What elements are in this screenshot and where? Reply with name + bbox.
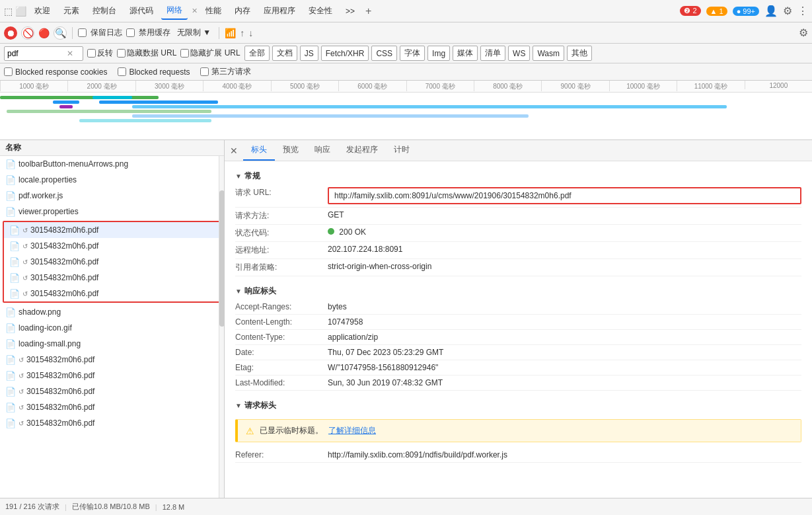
disable-cache-checkbox[interactable]: 禁用缓存 bbox=[126, 27, 170, 38]
file-icon-13: 📄 bbox=[5, 371, 16, 381]
tab-welcome[interactable]: 欢迎 bbox=[29, 3, 55, 19]
date-label: Date: bbox=[235, 348, 328, 357]
throttle-button[interactable]: 无限制 ▼ bbox=[174, 26, 213, 40]
filter-manifest[interactable]: 清单 bbox=[480, 46, 505, 61]
tab-security[interactable]: 安全性 bbox=[303, 3, 338, 19]
user-icon[interactable]: 👤 bbox=[764, 5, 778, 17]
tab-headers[interactable]: 标头 bbox=[243, 140, 275, 161]
filter-font[interactable]: 字体 bbox=[400, 46, 425, 61]
new-tab-button[interactable]: + bbox=[365, 5, 371, 17]
filter-js[interactable]: JS bbox=[300, 46, 318, 61]
content-type-row: Content-Type: application/zip bbox=[235, 330, 801, 345]
settings-icon[interactable]: ⚙ bbox=[799, 26, 808, 39]
filter-ws[interactable]: WS bbox=[508, 46, 530, 61]
tab-response[interactable]: 响应 bbox=[307, 140, 338, 161]
filter-all[interactable]: 全部 bbox=[244, 46, 270, 61]
file-item-15[interactable]: 📄 ↺ 30154832m0h6.pdf bbox=[0, 399, 224, 415]
separator-1 bbox=[72, 27, 73, 39]
search-box: ✕ bbox=[4, 46, 83, 61]
filter-fetch-xhr[interactable]: Fetch/XHR bbox=[321, 46, 369, 61]
search-button[interactable]: 🔍 bbox=[54, 26, 67, 40]
file-item-16[interactable]: 📄 ↺ 30154832m0h6.pdf bbox=[0, 415, 224, 431]
file-item-10[interactable]: 📄 loading-icon.gif bbox=[0, 320, 224, 336]
filter-media[interactable]: 媒体 bbox=[453, 46, 478, 61]
more-tabs[interactable]: >> bbox=[340, 4, 360, 19]
blocked-requests-checkbox[interactable] bbox=[118, 67, 126, 76]
tab-network[interactable]: 网络 bbox=[161, 2, 188, 20]
warning-icon: ⚠ bbox=[246, 426, 254, 436]
tab-network-close[interactable]: ✕ bbox=[192, 7, 198, 15]
search-input[interactable] bbox=[7, 49, 67, 58]
invert-checkbox[interactable]: 反转 bbox=[87, 48, 113, 59]
accept-ranges-row: Accept-Ranges: bytes bbox=[235, 299, 801, 315]
file-item-9[interactable]: 📄 shadow.png bbox=[0, 304, 224, 320]
file-item-0[interactable]: 📄 toolbarButton-menuArrows.png bbox=[0, 156, 224, 172]
ruler-mark-0: 1000 毫秒 bbox=[0, 81, 67, 91]
tab-application[interactable]: 应用程序 bbox=[258, 3, 301, 19]
third-party-label[interactable]: 第三方请求 bbox=[200, 66, 251, 77]
hide-data-urls-checkbox[interactable]: 隐藏数据 URL bbox=[117, 48, 176, 59]
file-item-6[interactable]: 📄 ↺ 30154832m0h6.pdf bbox=[4, 254, 220, 270]
file-icon-4: 📄 bbox=[9, 225, 20, 235]
ruler-mark-5: 6000 毫秒 bbox=[338, 81, 406, 91]
tab-initiator[interactable]: 发起程序 bbox=[338, 140, 386, 161]
file-icon-6: 📄 bbox=[9, 257, 20, 267]
response-headers-section-header: ▼ 响应标头 bbox=[235, 282, 801, 299]
clear-button[interactable]: 🚫 bbox=[21, 26, 34, 40]
tab-console[interactable]: 控制台 bbox=[87, 3, 122, 19]
tab-memory[interactable]: 内存 bbox=[229, 3, 256, 19]
scrollbar-track[interactable] bbox=[219, 156, 224, 498]
blocked-response-cookies-checkbox[interactable] bbox=[4, 67, 13, 76]
menu-icon[interactable]: ⋮ bbox=[797, 5, 808, 17]
blocked-requests-label[interactable]: Blocked requests bbox=[118, 67, 190, 77]
third-party-checkbox[interactable] bbox=[200, 67, 209, 76]
request-method-row: 请求方法: GET bbox=[235, 208, 801, 225]
filter-wasm[interactable]: Wasm bbox=[533, 46, 564, 61]
file-item-14[interactable]: 📄 ↺ 30154832m0h6.pdf bbox=[0, 383, 224, 399]
file-item-4[interactable]: 📄 ↺ 30154832m0h6.pdf bbox=[4, 222, 220, 238]
search-clear-icon[interactable]: ✕ bbox=[67, 49, 73, 58]
last-modified-label: Last-Modified: bbox=[235, 378, 328, 387]
file-list-header: 名称 bbox=[0, 140, 224, 156]
reload-icon-14: ↺ bbox=[18, 388, 24, 395]
file-item-5[interactable]: 📄 ↺ 30154832m0h6.pdf bbox=[4, 238, 220, 254]
ruler-mark-10: 11000 毫秒 bbox=[677, 81, 744, 91]
main-content: 名称 📄 toolbarButton-menuArrows.png 📄 loca… bbox=[0, 140, 812, 498]
network-toolbar: ⏺ 🚫 🔴 🔍 保留日志 禁用缓存 无限制 ▼ 📶 ↑ ↓ ⚙ bbox=[0, 22, 812, 44]
filter-img[interactable]: Img bbox=[427, 46, 450, 61]
preserve-log-checkbox[interactable]: 保留日志 bbox=[78, 27, 122, 38]
file-item-7[interactable]: 📄 ↺ 30154832m0h6.pdf bbox=[4, 270, 220, 286]
learn-more-link[interactable]: 了解详细信息 bbox=[328, 425, 376, 436]
hide-ext-urls-checkbox[interactable]: 隐藏扩展 URL bbox=[180, 48, 240, 59]
tab-sources[interactable]: 源代码 bbox=[124, 3, 159, 19]
referer-label: Referer: bbox=[235, 450, 328, 459]
tab-timing[interactable]: 计时 bbox=[386, 140, 418, 161]
upload-icon[interactable]: ↑ bbox=[240, 28, 244, 38]
etag-row: Etag: W/"10747958-1561880912946" bbox=[235, 360, 801, 376]
file-item-1[interactable]: 📄 locale.properties bbox=[0, 172, 224, 188]
gear-icon[interactable]: ⚙ bbox=[783, 5, 792, 17]
filter-other[interactable]: 其他 bbox=[567, 46, 592, 61]
file-item-12[interactable]: 📄 ↺ 30154832m0h6.pdf bbox=[0, 352, 224, 368]
blocked-response-cookies-label[interactable]: Blocked response cookies bbox=[4, 67, 107, 77]
tab-elements[interactable]: 元素 bbox=[58, 3, 85, 19]
filter-doc[interactable]: 文档 bbox=[272, 46, 297, 61]
file-item-3[interactable]: 📄 viewer.properties bbox=[0, 204, 224, 219]
record-button[interactable]: ⏺ bbox=[4, 26, 17, 40]
file-item-11[interactable]: 📄 loading-small.png bbox=[0, 336, 224, 352]
timeline-area[interactable] bbox=[0, 93, 812, 139]
file-item-13[interactable]: 📄 ↺ 30154832m0h6.pdf bbox=[0, 368, 224, 383]
accept-ranges-value: bytes bbox=[328, 302, 801, 311]
close-detail-button[interactable]: ✕ bbox=[230, 145, 238, 156]
file-item-2[interactable]: 📄 pdf.worker.js bbox=[0, 188, 224, 204]
tab-preview[interactable]: 预览 bbox=[275, 140, 307, 161]
tab-performance[interactable]: 性能 bbox=[200, 3, 227, 19]
file-icon-1: 📄 bbox=[5, 175, 16, 185]
last-modified-row: Last-Modified: Sun, 30 Jun 2019 07:48:32… bbox=[235, 376, 801, 391]
file-item-8[interactable]: 📄 ↺ 30154832m0h6.pdf bbox=[4, 286, 220, 301]
filter-css[interactable]: CSS bbox=[371, 46, 397, 61]
file-icon-14: 📄 bbox=[5, 387, 16, 397]
scrollbar-thumb[interactable] bbox=[219, 190, 225, 327]
reload-icon-15: ↺ bbox=[18, 404, 24, 411]
download-icon[interactable]: ↓ bbox=[248, 28, 253, 38]
